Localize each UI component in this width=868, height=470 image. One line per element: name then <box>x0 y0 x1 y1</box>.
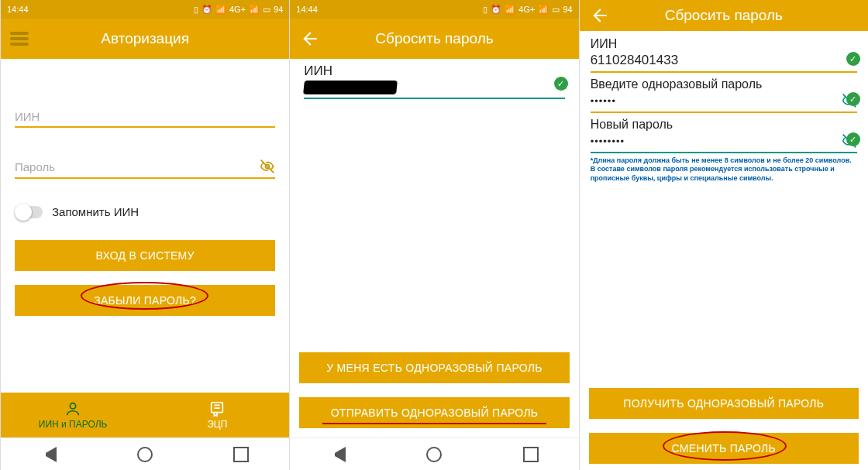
password-hint: *Длина пароля должна быть не менее 8 сим… <box>591 156 857 183</box>
network-icon: 4G+ <box>518 5 535 14</box>
certificate-icon <box>208 400 226 417</box>
screen-title: Авторизация <box>38 30 252 47</box>
login-tabs: ИИН и ПАРОЛЬ ЭЦП <box>1 393 289 437</box>
toolbar: Авторизация <box>1 19 289 59</box>
nav-home-icon[interactable] <box>426 447 442 462</box>
vibrate-icon: ▯ <box>194 5 198 15</box>
login-button[interactable]: ВХОД В СИСТЕМУ <box>15 240 275 271</box>
redacted-value <box>303 81 398 94</box>
wifi-icon: 📶 <box>538 5 549 15</box>
svg-rect-2 <box>212 403 223 413</box>
reset-request-screen: 14:44 ▯ ⏰ 📶 4G+ 📶 ▭ 94 Сбросить пароль И… <box>289 0 578 470</box>
status-time: 14:44 <box>7 5 29 14</box>
nav-recent-icon[interactable] <box>523 447 539 462</box>
check-icon: ✓ <box>846 132 860 146</box>
tab-iin-password[interactable]: ИИН и ПАРОЛЬ <box>1 393 145 437</box>
battery-pct: 94 <box>563 5 572 14</box>
signal-icon: 📶 <box>505 5 515 15</box>
status-bar: 14:44 ▯ ⏰ 📶 4G+ 📶 ▭ 94 <box>290 0 578 19</box>
android-navbar <box>1 437 289 470</box>
battery-pct: 94 <box>274 5 283 14</box>
iin-input[interactable]: 611028401433 <box>591 53 857 73</box>
alarm-icon: ⏰ <box>491 5 501 15</box>
login-content: ИИН Пароль Запомнить ИИН ВХОД В СИСТЕМУ … <box>1 59 289 393</box>
battery-icon: ▭ <box>263 5 270 15</box>
user-icon <box>64 400 81 417</box>
iin-field: ИИН <box>15 110 275 128</box>
forgot-password-button[interactable]: ЗАБЫЛИ ПАРОЛЬ? <box>15 285 275 316</box>
iin-input[interactable] <box>304 81 564 99</box>
svg-point-1 <box>70 403 75 409</box>
check-icon: ✓ <box>554 77 568 91</box>
iin-field: ИИН 611028401433 ✓ <box>591 37 857 73</box>
wifi-icon: 📶 <box>249 5 260 15</box>
toolbar: Сбросить пароль <box>580 0 868 31</box>
nav-back-icon[interactable] <box>330 447 346 462</box>
change-button-area: ПОЛУЧИТЬ ОДНОРАЗОВЫЙ ПАРОЛЬ СМЕНИТЬ ПАРО… <box>580 388 868 470</box>
nav-home-icon[interactable] <box>137 447 153 462</box>
alarm-icon: ⏰ <box>202 5 212 15</box>
otp-input[interactable]: •••••• <box>591 93 857 113</box>
otp-field: Введите одноразовый пароль •••••• ✓ <box>591 77 857 113</box>
status-right: ▯ ⏰ 📶 4G+ 📶 ▭ 94 <box>194 5 283 15</box>
new-password-input[interactable]: •••••••• <box>591 133 857 153</box>
check-icon: ✓ <box>846 52 860 66</box>
network-icon: 4G+ <box>229 5 246 14</box>
change-password-screen: Сбросить пароль ИИН 611028401433 ✓ Введи… <box>579 0 868 470</box>
have-otp-button[interactable]: У МЕНЯ ЕСТЬ ОДНОРАЗОВЫЙ ПАРОЛЬ <box>299 352 569 383</box>
android-navbar <box>290 437 578 470</box>
screen-title: Сбросить пароль <box>330 30 538 47</box>
signal-icon: 📶 <box>215 5 226 15</box>
remember-label: Запомнить ИИН <box>52 205 139 218</box>
password-input[interactable]: Пароль <box>15 159 275 179</box>
iin-field: ИИН ✓ <box>304 63 564 99</box>
reset-button-area: У МЕНЯ ЕСТЬ ОДНОРАЗОВЫЙ ПАРОЛЬ ОТПРАВИТЬ… <box>290 352 578 437</box>
get-otp-button[interactable]: ПОЛУЧИТЬ ОДНОРАЗОВЫЙ ПАРОЛЬ <box>589 388 859 419</box>
nav-back-icon[interactable] <box>41 447 57 462</box>
battery-icon: ▭ <box>552 5 560 15</box>
status-time: 14:44 <box>296 5 318 14</box>
remember-toggle[interactable] <box>15 206 43 218</box>
check-icon: ✓ <box>846 92 860 106</box>
screen-title: Сбросить пароль <box>620 7 828 24</box>
login-screen: 14:44 ▯ ⏰ 📶 4G+ 📶 ▭ 94 Авторизация ИИН П… <box>0 0 289 470</box>
visibility-off-icon[interactable] <box>260 159 275 174</box>
new-password-field: Новый пароль •••••••• ✓ <box>591 118 857 153</box>
password-field: Пароль <box>15 159 275 179</box>
change-password-button[interactable]: СМЕНИТЬ ПАРОЛЬ <box>589 433 859 464</box>
back-icon[interactable] <box>589 5 611 26</box>
nav-recent-icon[interactable] <box>233 447 249 462</box>
iin-input[interactable]: ИИН <box>15 110 275 128</box>
menu-icon[interactable] <box>10 32 29 46</box>
send-otp-button[interactable]: ОТПРАВИТЬ ОДНОРАЗОВЫЙ ПАРОЛЬ <box>299 397 569 428</box>
tab-ecp[interactable]: ЭЦП <box>145 393 289 437</box>
back-icon[interactable] <box>299 28 321 50</box>
status-bar: 14:44 ▯ ⏰ 📶 4G+ 📶 ▭ 94 <box>1 0 289 19</box>
annotation-underline <box>322 423 546 424</box>
remember-row: Запомнить ИИН <box>15 205 275 218</box>
status-right: ▯ ⏰ 📶 4G+ 📶 ▭ 94 <box>483 5 572 15</box>
toolbar: Сбросить пароль <box>290 19 578 59</box>
vibrate-icon: ▯ <box>483 5 487 15</box>
